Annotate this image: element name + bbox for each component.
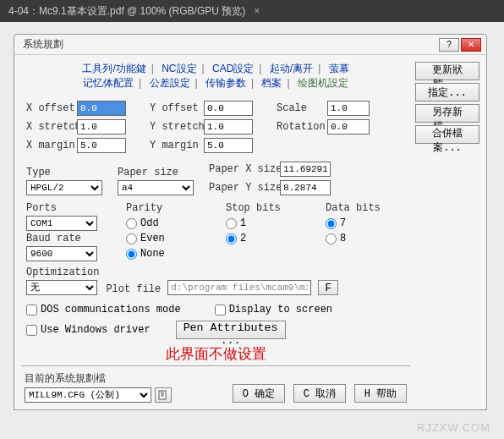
stop-bits-label: Stop bits: [226, 202, 310, 214]
save-as-button[interactable]: 另存新檔...: [415, 104, 479, 123]
config-select[interactable]: MILL9M.CFG (公制): [25, 387, 151, 403]
optimization-label: Optimization: [26, 266, 99, 278]
type-label: Type: [26, 167, 102, 178]
tabs-row-2: 记忆体配置| 公差設定| 传输参数| 档案| 绘图机設定: [21, 76, 410, 91]
ports-label: Ports: [26, 202, 111, 214]
parity-label: Parity: [126, 202, 211, 214]
tab-transfer[interactable]: 传输参数: [200, 77, 251, 89]
stop-2[interactable]: 2: [226, 233, 310, 244]
tabs-row-1: 工具列/功能鍵| NC設定| CAD設定| 起动/离开| 萤幕: [21, 62, 410, 76]
paper-size-label: Paper size: [118, 167, 194, 178]
browse-button[interactable]: F: [318, 280, 338, 295]
help-button[interactable]: H 帮助: [354, 384, 407, 403]
parity-odd[interactable]: Odd: [126, 216, 211, 231]
watermark: RJZXW.COM: [417, 421, 490, 434]
stop-1[interactable]: 1: [226, 216, 310, 231]
ports-select[interactable]: COM1: [26, 216, 97, 231]
scale-input[interactable]: [327, 101, 370, 116]
parity-none[interactable]: None: [126, 246, 211, 261]
pen-attributes-button[interactable]: Pen Attributes ...: [176, 321, 286, 339]
rotation-label: Rotation: [277, 121, 324, 133]
plot-file-label: Plot file: [106, 283, 161, 295]
close-tab-icon[interactable]: ×: [254, 5, 260, 17]
tab-file[interactable]: 档案: [256, 77, 287, 89]
plot-file-input[interactable]: [167, 280, 311, 295]
tab-toolbar[interactable]: 工具列/功能鍵: [77, 63, 151, 74]
x-margin-label: X margin: [26, 140, 74, 151]
dos-mode-checkbox[interactable]: DOS communications mode: [26, 304, 181, 316]
app-tab-title: 4-04：Mc9.1基本设置.pdf @ 100% (RGB/GPU 预览): [8, 4, 245, 19]
x-offset-input[interactable]: [77, 101, 126, 116]
rotation-input[interactable]: [327, 119, 370, 134]
cancel-button[interactable]: C 取消: [293, 384, 346, 403]
close-icon[interactable]: ✕: [461, 38, 481, 52]
help-icon[interactable]: ?: [439, 38, 459, 52]
display-screen-checkbox[interactable]: Display to screen: [215, 304, 332, 316]
tab-tolerance[interactable]: 公差設定: [145, 77, 195, 89]
y-stretch-label: Y stretch: [150, 121, 200, 133]
type-select[interactable]: HPGL/2: [26, 180, 102, 195]
scale-label: Scale: [277, 102, 324, 114]
optimization-select[interactable]: 无: [26, 280, 97, 295]
parity-even[interactable]: Even: [126, 233, 211, 244]
data-7[interactable]: 7: [326, 216, 410, 231]
y-margin-input[interactable]: [204, 138, 253, 153]
paper-y-input[interactable]: [280, 180, 331, 195]
windows-driver-checkbox[interactable]: Use Windows driver: [26, 324, 151, 336]
paper-x-input[interactable]: [280, 162, 331, 177]
x-margin-input[interactable]: [77, 138, 126, 153]
paper-size-select[interactable]: a4: [118, 180, 194, 195]
tab-plotter[interactable]: 绘图机設定: [293, 77, 353, 89]
assign-button[interactable]: 指定...: [415, 83, 479, 102]
y-stretch-input[interactable]: [204, 119, 253, 134]
merge-file-button[interactable]: 合併檔案...: [415, 125, 479, 144]
baud-select[interactable]: 9600: [26, 246, 97, 261]
paper-y-label: Paper Y size: [209, 182, 277, 194]
dialog-titlebar: 系统規劃 ? ✕: [14, 35, 486, 55]
y-offset-label: Y offset: [150, 102, 200, 114]
red-note: 此界面不做设置: [21, 344, 410, 364]
data-bits-label: Data bits: [326, 202, 410, 214]
data-8[interactable]: 8: [326, 233, 410, 244]
app-tab-bar: 4-04：Mc9.1基本设置.pdf @ 100% (RGB/GPU 预览) ×: [0, 0, 504, 22]
y-offset-input[interactable]: [204, 101, 253, 116]
tab-memory[interactable]: 记忆体配置: [78, 77, 139, 89]
y-margin-label: Y margin: [150, 140, 200, 151]
dialog-title: 系统規劃: [23, 37, 63, 52]
config-label: 目前的系统規劃檔: [25, 371, 172, 386]
update-state-button[interactable]: 更新狀態...: [415, 62, 479, 80]
x-offset-label: X offset: [26, 102, 74, 114]
file-icon[interactable]: [155, 387, 172, 403]
paper-x-label: Paper X size: [209, 163, 277, 175]
tab-screen[interactable]: 萤幕: [324, 63, 354, 74]
x-stretch-label: X stretch: [26, 121, 74, 133]
tab-nc[interactable]: NC設定: [156, 63, 201, 74]
tab-cad[interactable]: CAD設定: [207, 63, 259, 74]
x-stretch-input[interactable]: [77, 119, 126, 134]
offset-grid: X offset Y offset Scale X stretch Y stre…: [26, 101, 410, 153]
ok-button[interactable]: O 确定: [233, 384, 285, 403]
baud-label: Baud rate: [26, 233, 111, 244]
settings-dialog: 系统規劃 ? ✕ 工具列/功能鍵| NC設定| CAD設定| 起动/离开| 萤幕…: [14, 34, 487, 410]
tab-startup[interactable]: 起动/离开: [265, 63, 318, 74]
